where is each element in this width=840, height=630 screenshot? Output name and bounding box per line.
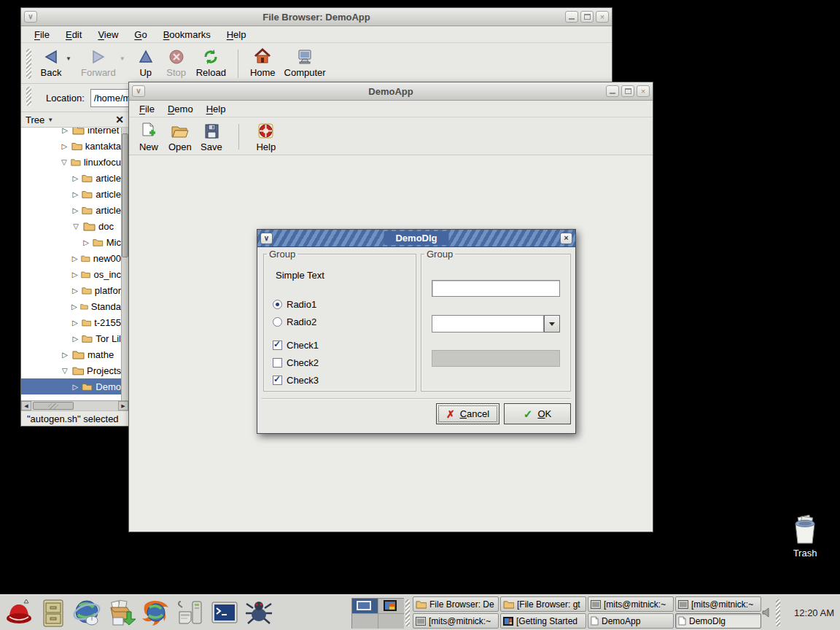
menu-view[interactable]: View <box>98 29 118 40</box>
expander-closed-icon[interactable]: ▷ <box>61 142 69 150</box>
file-browser-titlebar[interactable]: ∨ File Browser: DemoApp × <box>21 8 612 26</box>
tree-vertical-scrollbar[interactable] <box>121 128 128 400</box>
minimize-button[interactable] <box>565 11 578 23</box>
scrollbar-thumb[interactable] <box>122 133 128 257</box>
save-button[interactable]: Save <box>196 120 227 153</box>
expander-closed-icon[interactable]: ▷ <box>71 174 79 182</box>
demoapp-titlebar[interactable]: ∨ DemoApp × <box>129 82 653 101</box>
expander-closed-icon[interactable]: ▷ <box>71 190 79 198</box>
menu-help[interactable]: Help <box>206 104 226 114</box>
checkbox-check3[interactable]: Check3 <box>273 375 319 386</box>
ok-button[interactable]: ✓ OK <box>504 403 571 424</box>
maximize-button[interactable] <box>621 85 634 97</box>
forward-dropdown-icon[interactable]: ▼ <box>120 55 125 62</box>
tree-item[interactable]: ▷platfor <box>21 282 121 298</box>
radio-radio2[interactable]: Radio2 <box>273 316 316 327</box>
file-manager-icon[interactable] <box>37 597 69 629</box>
window-button[interactable]: [Getting Started <box>500 613 586 629</box>
menu-bookmarks[interactable]: Bookmarks <box>163 29 211 40</box>
scroll-left-icon[interactable]: ◀ <box>21 401 31 411</box>
bug-tool-icon[interactable] <box>243 597 274 629</box>
expander-closed-icon[interactable]: ▷ <box>61 128 69 134</box>
checkbox-check2[interactable]: Check2 <box>273 357 319 368</box>
side-pane-header[interactable]: Tree ▼ ✕ <box>21 112 128 128</box>
workspace-2[interactable] <box>378 599 404 613</box>
expander-open-icon[interactable]: ▽ <box>71 222 80 230</box>
workspace-1-active[interactable] <box>352 599 378 613</box>
maximize-button[interactable] <box>580 11 594 23</box>
tree-item[interactable]: ▽Projects <box>21 362 121 378</box>
workspace-4[interactable] <box>378 614 404 629</box>
tree-horizontal-scrollbar[interactable]: ◀ ▶ <box>21 400 128 411</box>
menu-help[interactable]: Help <box>227 29 246 40</box>
close-button[interactable]: × <box>596 11 609 23</box>
menu-edit[interactable]: Edit <box>66 29 82 40</box>
combobox-dropdown-icon[interactable] <box>544 315 560 332</box>
close-button[interactable]: × <box>560 233 572 244</box>
menu-go[interactable]: Go <box>134 29 147 40</box>
trash-desktop-icon[interactable]: Trash <box>785 515 825 559</box>
red-hat-menu-icon[interactable] <box>3 597 34 629</box>
menu-file[interactable]: File <box>34 29 50 40</box>
back-dropdown-icon[interactable]: ▼ <box>66 55 71 62</box>
window-button[interactable]: [mits@mitnick:~ <box>588 596 674 612</box>
menu-demo[interactable]: Demo <box>168 104 193 114</box>
tree-item[interactable]: ▽linuxfocu <box>21 154 121 170</box>
expander-closed-icon[interactable]: ▷ <box>71 287 79 295</box>
expander-closed-icon[interactable]: ▷ <box>71 271 78 279</box>
window-button[interactable]: [File Browser: gt <box>500 596 586 612</box>
back-button[interactable]: ▼ Back <box>36 46 66 79</box>
radio-radio1[interactable]: Radio1 <box>273 299 316 310</box>
tree-item[interactable]: ▽doc <box>21 218 121 234</box>
tree-item[interactable]: ▷t-2155 <box>21 314 121 330</box>
window-button[interactable]: File Browser: De <box>413 596 499 612</box>
home-button[interactable]: Home <box>246 46 280 79</box>
window-menu-icon[interactable]: ∨ <box>24 11 37 23</box>
window-menu-icon[interactable]: ∨ <box>260 233 273 244</box>
text-input[interactable] <box>432 280 560 297</box>
checkbox-unchecked-icon[interactable] <box>273 358 282 368</box>
menu-file[interactable]: File <box>139 104 155 114</box>
stop-button[interactable]: Stop <box>161 46 192 79</box>
tree-item[interactable]: ▷article <box>21 186 121 202</box>
tree-item[interactable]: ▷kantakta <box>21 138 121 154</box>
expander-open-icon[interactable]: ▽ <box>61 158 68 166</box>
tree-item[interactable]: ▷article <box>21 170 121 186</box>
checkbox-checked-icon[interactable] <box>273 376 282 385</box>
tree-item[interactable]: ▷Standa <box>21 298 121 314</box>
toolbar-drag-handle[interactable] <box>26 49 31 79</box>
expander-closed-icon[interactable]: ▷ <box>71 319 79 327</box>
mozilla-browser-icon[interactable] <box>140 597 171 629</box>
tree-item[interactable]: ▷mathe <box>21 346 121 362</box>
tree-item[interactable]: ▷os_inc <box>21 266 121 282</box>
tree-item[interactable]: ▷Mic <box>21 234 121 250</box>
computer-button[interactable]: Computer <box>280 46 330 79</box>
expander-closed-icon[interactable]: ▷ <box>61 351 69 359</box>
tree-item[interactable]: ▷Tor Lil <box>21 330 121 346</box>
printer-icon[interactable] <box>174 597 206 629</box>
clock-drag-handle[interactable] <box>776 599 780 626</box>
tree-item[interactable]: ▷internet <box>21 128 121 138</box>
volume-icon[interactable] <box>761 607 773 618</box>
window-menu-icon[interactable]: ∨ <box>132 85 145 97</box>
scrollbar-thumb[interactable] <box>33 402 74 410</box>
window-button-active[interactable]: DemoDlg <box>675 613 761 629</box>
up-button[interactable]: Up <box>131 46 161 79</box>
expander-closed-icon[interactable]: ▷ <box>71 335 79 343</box>
new-button[interactable]: New <box>133 120 164 153</box>
demodlg-titlebar[interactable]: ∨ DemoDlg × <box>257 230 575 247</box>
tree-item[interactable]: ▷new00 <box>21 250 121 266</box>
tree-item[interactable]: ▷article <box>21 202 121 218</box>
clock[interactable]: 12:20 AM <box>794 595 834 630</box>
window-button[interactable]: DemoApp <box>588 613 674 629</box>
cancel-button[interactable]: ✗ Cancel <box>436 403 499 424</box>
forward-button[interactable]: ▼ Forward <box>77 46 120 79</box>
expander-closed-icon[interactable]: ▷ <box>71 254 78 262</box>
expander-open-icon[interactable]: ▽ <box>61 367 69 375</box>
web-browser-icon[interactable] <box>71 597 103 629</box>
minimize-button[interactable] <box>606 85 619 97</box>
help-button[interactable]: Help <box>251 120 281 153</box>
window-button[interactable]: [mits@mitnick:~ <box>413 613 499 629</box>
close-button[interactable]: × <box>637 85 650 97</box>
chevron-down-icon[interactable]: ▼ <box>47 117 53 123</box>
